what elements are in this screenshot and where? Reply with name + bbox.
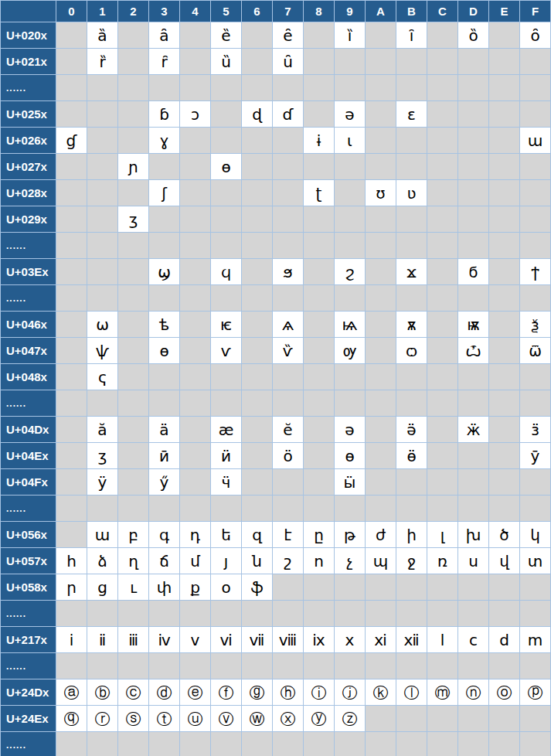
empty-cell bbox=[242, 312, 273, 338]
glyph-cell: ⅼ bbox=[427, 627, 458, 653]
code-row-U+04Dx: U+04Dxӑӓӕӗәӛӝӟ bbox=[1, 417, 551, 443]
empty-cell bbox=[366, 364, 396, 390]
empty-cell bbox=[273, 285, 304, 312]
glyph-cell: ȋ bbox=[396, 22, 427, 49]
row-label: U+046x bbox=[1, 312, 56, 338]
glyph-cell: ѣ bbox=[149, 312, 180, 338]
row-label: U+021x bbox=[1, 49, 56, 75]
empty-cell bbox=[489, 469, 520, 495]
glyph-cell: ⓝ bbox=[458, 679, 489, 706]
empty-cell bbox=[118, 338, 149, 364]
glyph-cell: ϥ bbox=[211, 259, 242, 285]
empty-cell bbox=[56, 22, 87, 49]
empty-cell bbox=[273, 206, 304, 233]
empty-cell bbox=[118, 180, 149, 206]
empty-cell bbox=[273, 469, 304, 495]
empty-cell bbox=[427, 732, 458, 756]
glyph-cell: ȁ bbox=[87, 22, 118, 49]
glyph-cell: ⓞ bbox=[489, 679, 520, 706]
empty-cell bbox=[489, 364, 520, 390]
empty-cell bbox=[56, 390, 87, 417]
empty-cell bbox=[520, 732, 551, 756]
empty-cell bbox=[304, 154, 335, 180]
empty-cell bbox=[489, 128, 520, 154]
empty-cell bbox=[180, 154, 211, 180]
glyph-cell: բ bbox=[118, 522, 149, 548]
glyph-cell: ⓐ bbox=[56, 679, 87, 706]
column-header-B: B bbox=[396, 1, 427, 22]
empty-cell bbox=[118, 75, 149, 101]
empty-cell bbox=[180, 259, 211, 285]
glyph-cell: ջ bbox=[396, 548, 427, 574]
glyph-cell: ⓨ bbox=[304, 706, 335, 732]
column-header-E: E bbox=[489, 1, 520, 22]
empty-cell bbox=[118, 49, 149, 75]
glyph-cell: ʊ bbox=[366, 180, 396, 206]
empty-cell bbox=[180, 653, 211, 679]
glyph-cell: ȓ bbox=[149, 49, 180, 75]
empty-cell bbox=[520, 101, 551, 128]
empty-cell bbox=[335, 154, 366, 180]
empty-cell bbox=[304, 417, 335, 443]
row-label: U+048x bbox=[1, 364, 56, 390]
glyph-cell: ւ bbox=[118, 574, 149, 601]
glyph-cell: ⓦ bbox=[242, 706, 273, 732]
row-label: U+04Ex bbox=[1, 443, 56, 469]
glyph-cell: ӫ bbox=[396, 443, 427, 469]
empty-cell bbox=[366, 443, 396, 469]
empty-cell bbox=[87, 206, 118, 233]
empty-cell bbox=[335, 180, 366, 206]
empty-cell bbox=[242, 206, 273, 233]
glyph-cell: ճ bbox=[149, 548, 180, 574]
column-header-8: 8 bbox=[304, 1, 335, 22]
glyph-cell: ⓤ bbox=[180, 706, 211, 732]
empty-cell bbox=[427, 233, 458, 259]
glyph-cell: դ bbox=[180, 522, 211, 548]
empty-cell bbox=[87, 233, 118, 259]
glyph-cell: ʒ bbox=[118, 206, 149, 233]
empty-cell bbox=[458, 601, 489, 627]
empty-cell bbox=[396, 49, 427, 75]
empty-cell bbox=[366, 469, 396, 495]
code-row-U+24Dx: U+24Dxⓐⓑⓒⓓⓔⓕⓖⓗⓘⓙⓚⓛⓜⓝⓞⓟ bbox=[1, 679, 551, 706]
empty-cell bbox=[520, 285, 551, 312]
row-label: U+03Ex bbox=[1, 259, 56, 285]
empty-cell bbox=[427, 154, 458, 180]
empty-cell bbox=[366, 653, 396, 679]
empty-cell bbox=[458, 154, 489, 180]
empty-cell bbox=[458, 285, 489, 312]
empty-cell bbox=[489, 49, 520, 75]
empty-cell bbox=[489, 706, 520, 732]
empty-cell bbox=[273, 574, 304, 601]
empty-cell bbox=[273, 495, 304, 522]
glyph-cell: մ bbox=[180, 548, 211, 574]
empty-cell bbox=[520, 233, 551, 259]
glyph-cell: ӡ bbox=[87, 443, 118, 469]
empty-cell bbox=[489, 180, 520, 206]
glyph-cell: ե bbox=[211, 522, 242, 548]
glyph-cell: ⅸ bbox=[304, 627, 335, 653]
row-label: U+058x bbox=[1, 574, 56, 601]
empty-cell bbox=[118, 601, 149, 627]
empty-cell bbox=[458, 653, 489, 679]
empty-cell bbox=[211, 128, 242, 154]
empty-cell bbox=[211, 206, 242, 233]
empty-cell bbox=[396, 285, 427, 312]
glyph-cell: տ bbox=[520, 548, 551, 574]
empty-cell bbox=[118, 469, 149, 495]
empty-cell bbox=[366, 312, 396, 338]
empty-cell bbox=[396, 75, 427, 101]
glyph-cell: ѥ bbox=[211, 312, 242, 338]
empty-cell bbox=[273, 364, 304, 390]
empty-cell bbox=[273, 653, 304, 679]
glyph-cell: ⅲ bbox=[118, 627, 149, 653]
empty-cell bbox=[118, 312, 149, 338]
chart-header: 0123456789ABCDEF bbox=[1, 1, 551, 22]
empty-cell bbox=[242, 443, 273, 469]
glyph-cell: ӹ bbox=[335, 469, 366, 495]
glyph-cell: ɖ bbox=[242, 101, 273, 128]
empty-cell bbox=[366, 259, 396, 285]
empty-cell bbox=[180, 180, 211, 206]
empty-cell bbox=[180, 233, 211, 259]
empty-cell bbox=[366, 101, 396, 128]
